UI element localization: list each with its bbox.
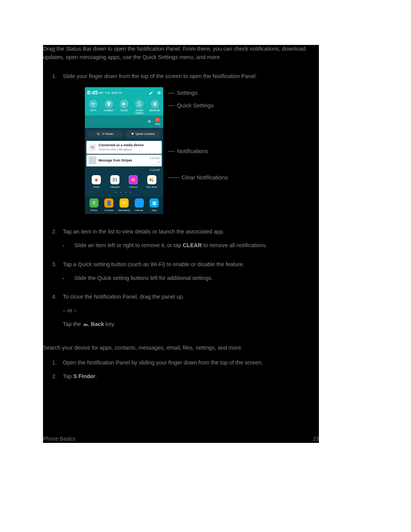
status-bar: 8:45 AM Tue, April 14 <box>85 87 163 98</box>
camera-label: Camera <box>129 185 137 189</box>
step-number: 2. <box>43 372 63 381</box>
status-date: Tue, April 14 <box>105 91 122 95</box>
usb-icon: Ψ <box>89 144 96 151</box>
rotation-icon <box>135 100 143 108</box>
callout-notifications: Notifications <box>177 147 208 156</box>
calendar-icon: 31 <box>110 175 119 184</box>
location-icon <box>105 100 113 108</box>
footer-section-title: Phone Basics <box>43 435 76 443</box>
step-2-text: Tap an item in the list to view details … <box>63 228 225 235</box>
sfinder-intro: Search your device for apps, contacts, m… <box>43 344 319 352</box>
clear-button: CLEAR <box>150 168 160 172</box>
step-number: 3. <box>43 260 63 288</box>
callout-quick-settings: Quick Settings <box>177 101 214 110</box>
phone-mock: 8:45 AM Tue, April 14 Wi-Fi Locat <box>85 87 163 214</box>
sound-icon <box>120 100 128 108</box>
document-page: Drag the Status Bar down to open the Not… <box>43 45 319 443</box>
intro-paragraph: Drag the Status Bar down to open the Not… <box>43 45 319 62</box>
sfinder-step-1: Open the Notification Panel by sliding y… <box>63 359 263 366</box>
play-store-label: Play Store <box>146 185 157 189</box>
phone-icon: ✆ <box>89 198 99 208</box>
notification-1: Ψ Connected as a media device Touch for … <box>86 141 162 153</box>
calendar-label: Calendar <box>110 185 119 189</box>
internet-icon: 🌐 <box>135 198 144 208</box>
rotation-label: Screen rotation <box>132 109 147 114</box>
quick-connect-label: Quick connect <box>135 132 155 136</box>
quick-connect-icon: ✱ <box>131 132 134 136</box>
callout-settings: Settings <box>177 89 198 97</box>
steps-list: 1. Slide your finger down from the top o… <box>43 72 319 329</box>
page-dots: • • • • <box>87 190 161 195</box>
messaging-label: Messaging <box>118 208 130 212</box>
sfinder-pill: S Finder <box>87 130 123 138</box>
step-number: 1. <box>43 359 63 367</box>
messaging-icon: ✉ <box>119 198 129 208</box>
step-4-text: To close the Notification Panel, drag th… <box>63 294 184 300</box>
step-3-text: Tap a Quick setting button (such as Wi-F… <box>63 261 244 267</box>
or-separator: – or – <box>63 307 319 315</box>
phone-label: Phone <box>91 208 97 212</box>
footer-page-number: 23 <box>313 435 319 443</box>
bluetooth-label: Bluetooth <box>150 109 160 112</box>
apps-icon: ▦ <box>150 198 159 208</box>
notification-2-count: 4 <box>150 160 159 165</box>
status-ampm: AM <box>99 91 103 95</box>
apps-label: Apps <box>151 208 157 212</box>
step-number: 4. <box>43 293 63 328</box>
camera-icon <box>129 175 138 184</box>
home-screen: ◉Email 31Calendar Camera Play Store • • … <box>85 174 163 195</box>
auto-label: Auto <box>155 122 160 126</box>
step-2-sub: Slide an item left or right to remove it… <box>74 241 319 250</box>
step-number: 1. <box>43 72 63 223</box>
contacts-icon: 👤 <box>104 198 113 208</box>
sfinder-steps: 1. Open the Notification Panel by slidin… <box>43 359 319 381</box>
email-label: Email <box>94 185 99 189</box>
bullet-icon: ▪ <box>63 241 74 250</box>
search-icon <box>97 132 100 136</box>
location-label: Location <box>104 109 113 112</box>
brightness-row: ☀ ✓ Auto <box>85 115 163 128</box>
dock: ✆Phone 👤Contacts ✉Messaging 🌐Internet ▦A… <box>85 197 163 214</box>
step-3-sub: Slide the Quick setting buttons left for… <box>74 274 319 283</box>
avatar-icon <box>89 157 96 164</box>
back-icon <box>83 322 89 327</box>
notification-2: Message from Stripes 8:30 AM 4 <box>86 155 162 166</box>
notification-1-sub: Touch for other USB options. <box>99 148 159 152</box>
sfinder-step-2: Tap S Finder. <box>63 372 319 381</box>
step-number: 2. <box>43 228 63 255</box>
sound-label: Sound <box>121 109 128 112</box>
play-store-icon <box>147 175 156 184</box>
quick-settings-row: Wi-Fi Location Sound Screen rotation Blu… <box>85 98 163 115</box>
auto-checkbox-icon: ✓ <box>155 118 160 122</box>
notification-1-title: Connected as a media device <box>99 143 159 148</box>
wifi-icon <box>89 100 97 108</box>
bluetooth-icon <box>151 100 159 108</box>
step-1-text: Slide your finger down from the top of t… <box>63 73 257 79</box>
phone-figure: 8:45 AM Tue, April 14 Wi-Fi Locat <box>85 87 319 214</box>
contacts-label: Contacts <box>104 208 113 212</box>
svg-point-0 <box>97 133 99 135</box>
notification-2-time: 8:30 AM <box>150 157 159 161</box>
email-icon: ◉ <box>92 175 101 184</box>
wifi-label: Wi-Fi <box>91 109 96 112</box>
bullet-icon: ▪ <box>63 274 74 283</box>
edit-icon <box>149 91 153 95</box>
internet-label: Internet <box>135 208 143 212</box>
callout-labels: Settings Quick Settings Notifications Cl… <box>168 87 228 182</box>
page-footer: Phone Basics 23 <box>43 435 319 443</box>
sfinder-label: S Finder <box>102 132 113 136</box>
brightness-icon: ☀ <box>147 118 151 125</box>
quick-connect-pill: ✱ Quick connect <box>125 130 161 138</box>
notification-2-title: Message from Stripes <box>99 158 147 163</box>
status-time: 8:45 <box>87 89 98 97</box>
finder-row: S Finder ✱ Quick connect <box>85 128 163 140</box>
gear-icon <box>156 91 161 95</box>
callout-clear: Clear Notifications <box>182 173 228 182</box>
step-4-tap-back: Tap the Back key. <box>63 320 319 329</box>
